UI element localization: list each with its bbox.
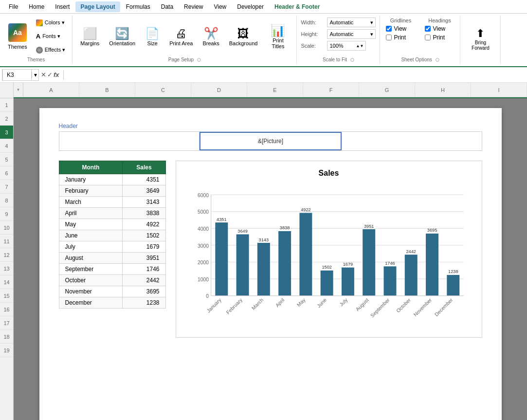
col-H[interactable]: H — [415, 83, 471, 97]
row-16[interactable]: 16 — [0, 303, 13, 316]
cell-ref-dropdown-button[interactable]: ▾ — [32, 72, 38, 78]
row-19[interactable]: 19 — [0, 344, 13, 357]
row-8[interactable]: 8 — [0, 194, 13, 207]
row-13[interactable]: 13 — [0, 262, 13, 275]
breaks-button[interactable]: ✂️ Breaks — [199, 18, 223, 55]
chart-title: Sales — [184, 169, 474, 178]
menu-data[interactable]: Data — [156, 1, 178, 12]
margins-button[interactable]: ⬜ Margins — [76, 18, 103, 55]
cell-reference-box: K3 ▾ — [2, 69, 39, 81]
print-area-button[interactable]: 🖨 Print Area — [165, 18, 197, 55]
table-row[interactable]: February3649 — [59, 185, 165, 197]
header-sections: &[Picture] — [59, 131, 482, 151]
menu-insert[interactable]: Insert — [50, 1, 74, 12]
row-14[interactable]: 14 — [0, 275, 13, 289]
row-18[interactable]: 18 — [0, 330, 13, 344]
col-A[interactable]: A — [23, 83, 79, 97]
gridlines-view-checkbox[interactable] — [386, 26, 392, 32]
row-15[interactable]: 15 — [0, 289, 13, 303]
table-row[interactable]: March3143 — [59, 197, 165, 208]
sales-chart: Sales 01000200030004000500060004351Janua… — [176, 161, 482, 338]
row-1[interactable]: 1 — [0, 98, 13, 112]
sheet-content[interactable]: Header &[Picture] — [14, 98, 527, 420]
headings-view-label: View — [433, 25, 445, 32]
scale-label: Scale: — [301, 43, 325, 49]
header-label: Header — [59, 123, 482, 129]
headings-view-checkbox[interactable] — [425, 26, 431, 32]
row-11[interactable]: 11 — [0, 235, 13, 248]
row-3[interactable]: 3 — [0, 126, 13, 139]
height-dropdown[interactable]: Automatic ▾ — [327, 29, 376, 39]
menu-view[interactable]: View — [209, 1, 231, 12]
menu-formulas[interactable]: Formulas — [121, 1, 155, 12]
col-D[interactable]: D — [191, 83, 247, 97]
height-label: Height: — [301, 31, 325, 37]
background-button[interactable]: 🖼 Background — [225, 18, 262, 55]
menu-page-layout[interactable]: Page Layout — [75, 1, 120, 12]
scale-expand[interactable]: ⬡ — [350, 57, 354, 62]
svg-text:3000: 3000 — [197, 243, 208, 249]
row-4[interactable]: 4 — [0, 139, 13, 153]
breaks-icon: ✂️ — [204, 27, 218, 40]
table-row[interactable]: January4351 — [59, 174, 165, 185]
menu-file[interactable]: File — [4, 1, 23, 12]
row-17[interactable]: 17 — [0, 316, 13, 330]
row-12[interactable]: 12 — [0, 248, 13, 262]
svg-text:2442: 2442 — [406, 249, 416, 254]
scale-spinner[interactable]: ▲▼ — [356, 44, 364, 48]
row-2[interactable]: 2 — [0, 112, 13, 126]
row-7[interactable]: 7 — [0, 180, 13, 194]
gridlines-print-checkbox[interactable] — [386, 35, 392, 40]
col-E[interactable]: E — [247, 83, 303, 97]
table-row[interactable]: September1746 — [59, 264, 165, 275]
print-titles-button[interactable]: 📊 Print Titles — [263, 18, 292, 55]
menu-review[interactable]: Review — [179, 1, 208, 12]
size-button[interactable]: 📄 Size — [141, 18, 164, 55]
col-C[interactable]: C — [135, 83, 191, 97]
fonts-button[interactable]: A Fonts ▾ — [33, 32, 68, 41]
col-I[interactable]: I — [471, 83, 527, 97]
width-dropdown[interactable]: Automatic ▾ — [327, 18, 376, 27]
headings-view-row: View — [425, 25, 454, 32]
formula-input[interactable] — [68, 71, 525, 79]
table-row[interactable]: November3695 — [59, 286, 165, 297]
col-G[interactable]: G — [359, 83, 415, 97]
scale-input[interactable]: 100% ▲▼ — [327, 41, 366, 51]
table-row[interactable]: June1502 — [59, 230, 165, 241]
svg-rect-47 — [447, 275, 459, 296]
menu-home[interactable]: Home — [24, 1, 49, 12]
row-6[interactable]: 6 — [0, 166, 13, 180]
sheet-options-label: Sheet Options ⬡ — [386, 55, 454, 62]
row-9[interactable]: 9 — [0, 207, 13, 221]
header-right[interactable] — [342, 132, 482, 150]
menu-header-footer[interactable]: Header & Footer — [270, 1, 325, 12]
themes-button[interactable]: Aa Themes — [4, 18, 31, 55]
svg-text:3649: 3649 — [237, 229, 248, 234]
sheet-options-expand[interactable]: ⬡ — [436, 57, 439, 62]
table-row[interactable]: August3951 — [59, 253, 165, 264]
header-left[interactable] — [59, 132, 200, 150]
table-row[interactable]: May4922 — [59, 219, 165, 230]
effects-button[interactable]: Effects ▾ — [33, 46, 68, 55]
table-row[interactable]: April3838 — [59, 208, 165, 219]
table-row[interactable]: October2442 — [59, 275, 165, 286]
col-B[interactable]: B — [79, 83, 135, 97]
header-center-content: &[Picture] — [258, 138, 283, 145]
table-row[interactable]: July1679 — [59, 241, 165, 253]
orientation-button[interactable]: 🔄 Orientation — [105, 18, 139, 55]
header-center[interactable]: &[Picture] — [200, 132, 342, 150]
svg-rect-35 — [363, 229, 375, 296]
page-setup-expand[interactable]: ⬡ — [197, 57, 201, 62]
colors-button[interactable]: Colors ▾ — [33, 18, 68, 27]
row-10[interactable]: 10 — [0, 221, 13, 235]
menu-developer[interactable]: Developer — [232, 1, 269, 12]
col-F[interactable]: F — [303, 83, 359, 97]
svg-text:1679: 1679 — [343, 262, 353, 267]
headings-print-checkbox[interactable] — [425, 35, 431, 40]
insert-function-icon[interactable]: fx — [54, 71, 59, 78]
table-row[interactable]: December1238 — [59, 297, 165, 309]
row-5[interactable]: 5 — [0, 153, 13, 166]
svg-text:July: July — [338, 297, 348, 307]
bring-forward-button[interactable]: ⬆ Bring Forward — [464, 21, 496, 57]
svg-text:5000: 5000 — [197, 209, 208, 215]
